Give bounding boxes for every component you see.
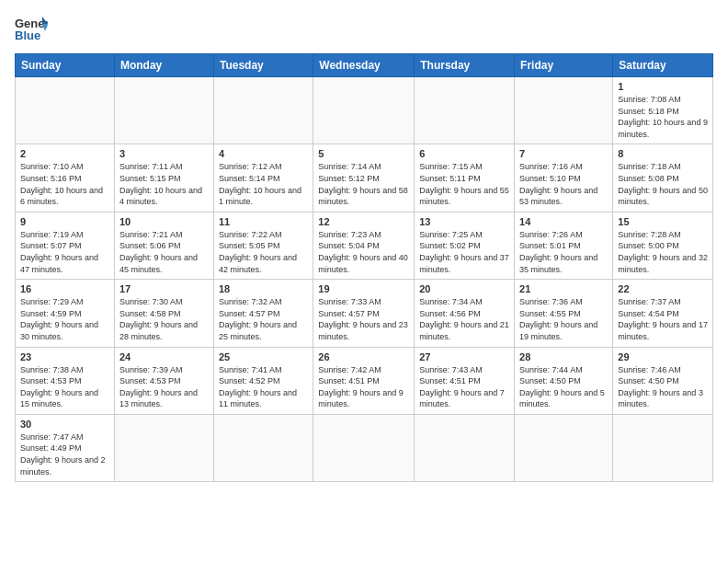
calendar-cell: 8Sunrise: 7:18 AM Sunset: 5:08 PM Daylig… xyxy=(613,144,713,212)
calendar-week-row: 2Sunrise: 7:10 AM Sunset: 5:16 PM Daylig… xyxy=(16,144,713,212)
calendar-cell xyxy=(415,414,515,481)
day-info: Sunrise: 7:42 AM Sunset: 4:51 PM Dayligh… xyxy=(318,364,409,410)
calendar-cell: 3Sunrise: 7:11 AM Sunset: 5:15 PM Daylig… xyxy=(114,144,213,212)
day-number: 6 xyxy=(419,148,509,159)
calendar-cell: 2Sunrise: 7:10 AM Sunset: 5:16 PM Daylig… xyxy=(16,144,115,212)
day-number: 2 xyxy=(20,148,109,159)
day-number: 15 xyxy=(618,216,708,227)
day-number: 10 xyxy=(119,216,209,227)
day-info: Sunrise: 7:21 AM Sunset: 5:06 PM Dayligh… xyxy=(119,229,209,275)
day-number: 14 xyxy=(519,216,608,227)
day-info: Sunrise: 7:08 AM Sunset: 5:18 PM Dayligh… xyxy=(618,94,708,140)
day-number: 21 xyxy=(519,283,608,294)
day-info: Sunrise: 7:38 AM Sunset: 4:53 PM Dayligh… xyxy=(20,364,109,410)
weekday-header-tuesday: Tuesday xyxy=(213,54,313,77)
calendar-cell xyxy=(114,414,213,481)
calendar-week-row: 9Sunrise: 7:19 AM Sunset: 5:07 PM Daylig… xyxy=(16,212,713,279)
weekday-header-monday: Monday xyxy=(114,54,213,77)
day-number: 18 xyxy=(219,283,308,294)
day-number: 29 xyxy=(618,351,708,362)
calendar-cell: 17Sunrise: 7:30 AM Sunset: 4:58 PM Dayli… xyxy=(114,280,213,347)
calendar-table: SundayMondayTuesdayWednesdayThursdayFrid… xyxy=(15,53,713,482)
day-number: 9 xyxy=(20,216,109,227)
logo-icon: General Blue xyxy=(15,15,48,42)
day-info: Sunrise: 7:23 AM Sunset: 5:04 PM Dayligh… xyxy=(318,229,409,275)
day-info: Sunrise: 7:18 AM Sunset: 5:08 PM Dayligh… xyxy=(618,161,708,207)
weekday-header-saturday: Saturday xyxy=(613,54,713,77)
svg-text:Blue: Blue xyxy=(15,29,40,42)
weekday-header-thursday: Thursday xyxy=(415,54,515,77)
calendar-cell: 16Sunrise: 7:29 AM Sunset: 4:59 PM Dayli… xyxy=(16,280,115,347)
calendar-cell: 25Sunrise: 7:41 AM Sunset: 4:52 PM Dayli… xyxy=(213,347,313,414)
day-info: Sunrise: 7:43 AM Sunset: 4:51 PM Dayligh… xyxy=(419,364,509,410)
day-info: Sunrise: 7:15 AM Sunset: 5:11 PM Dayligh… xyxy=(419,161,509,207)
page-header: General Blue xyxy=(15,15,713,42)
calendar-cell: 7Sunrise: 7:16 AM Sunset: 5:10 PM Daylig… xyxy=(515,144,613,212)
day-number: 19 xyxy=(318,283,409,294)
day-number: 27 xyxy=(419,351,509,362)
weekday-header-row: SundayMondayTuesdayWednesdayThursdayFrid… xyxy=(16,54,713,77)
day-number: 17 xyxy=(119,283,209,294)
day-info: Sunrise: 7:36 AM Sunset: 4:55 PM Dayligh… xyxy=(519,296,608,342)
day-number: 23 xyxy=(20,351,109,362)
day-number: 26 xyxy=(318,351,409,362)
calendar-cell xyxy=(213,77,313,144)
calendar-cell: 24Sunrise: 7:39 AM Sunset: 4:53 PM Dayli… xyxy=(114,347,213,414)
calendar-cell: 11Sunrise: 7:22 AM Sunset: 5:05 PM Dayli… xyxy=(213,212,313,279)
calendar-cell: 10Sunrise: 7:21 AM Sunset: 5:06 PM Dayli… xyxy=(114,212,213,279)
day-info: Sunrise: 7:28 AM Sunset: 5:00 PM Dayligh… xyxy=(618,229,708,275)
day-number: 22 xyxy=(618,283,708,294)
calendar-cell: 13Sunrise: 7:25 AM Sunset: 5:02 PM Dayli… xyxy=(415,212,515,279)
day-info: Sunrise: 7:26 AM Sunset: 5:01 PM Dayligh… xyxy=(519,229,608,275)
weekday-header-wednesday: Wednesday xyxy=(313,54,415,77)
calendar-week-row: 1Sunrise: 7:08 AM Sunset: 5:18 PM Daylig… xyxy=(16,77,713,144)
day-number: 7 xyxy=(519,148,608,159)
weekday-header-sunday: Sunday xyxy=(16,54,115,77)
day-number: 20 xyxy=(419,283,509,294)
day-info: Sunrise: 7:12 AM Sunset: 5:14 PM Dayligh… xyxy=(219,161,308,207)
calendar-cell: 30Sunrise: 7:47 AM Sunset: 4:49 PM Dayli… xyxy=(16,414,115,481)
calendar-cell: 18Sunrise: 7:32 AM Sunset: 4:57 PM Dayli… xyxy=(213,280,313,347)
calendar-cell: 9Sunrise: 7:19 AM Sunset: 5:07 PM Daylig… xyxy=(16,212,115,279)
calendar-cell xyxy=(213,414,313,481)
day-info: Sunrise: 7:29 AM Sunset: 4:59 PM Dayligh… xyxy=(20,296,109,342)
calendar-cell xyxy=(16,77,115,144)
calendar-cell xyxy=(313,414,415,481)
calendar-cell xyxy=(515,77,613,144)
day-info: Sunrise: 7:19 AM Sunset: 5:07 PM Dayligh… xyxy=(20,229,109,275)
calendar-cell: 12Sunrise: 7:23 AM Sunset: 5:04 PM Dayli… xyxy=(313,212,415,279)
day-info: Sunrise: 7:30 AM Sunset: 4:58 PM Dayligh… xyxy=(119,296,209,342)
calendar-cell xyxy=(313,77,415,144)
day-info: Sunrise: 7:47 AM Sunset: 4:49 PM Dayligh… xyxy=(20,431,109,477)
calendar-cell xyxy=(415,77,515,144)
day-number: 13 xyxy=(419,216,509,227)
day-info: Sunrise: 7:44 AM Sunset: 4:50 PM Dayligh… xyxy=(519,364,608,410)
calendar-cell: 29Sunrise: 7:46 AM Sunset: 4:50 PM Dayli… xyxy=(613,347,713,414)
day-number: 28 xyxy=(519,351,608,362)
calendar-cell: 5Sunrise: 7:14 AM Sunset: 5:12 PM Daylig… xyxy=(313,144,415,212)
day-info: Sunrise: 7:46 AM Sunset: 4:50 PM Dayligh… xyxy=(618,364,708,410)
day-info: Sunrise: 7:32 AM Sunset: 4:57 PM Dayligh… xyxy=(219,296,308,342)
day-info: Sunrise: 7:14 AM Sunset: 5:12 PM Dayligh… xyxy=(318,161,409,207)
day-info: Sunrise: 7:25 AM Sunset: 5:02 PM Dayligh… xyxy=(419,229,509,275)
day-info: Sunrise: 7:33 AM Sunset: 4:57 PM Dayligh… xyxy=(318,296,409,342)
day-info: Sunrise: 7:16 AM Sunset: 5:10 PM Dayligh… xyxy=(519,161,608,207)
calendar-cell: 1Sunrise: 7:08 AM Sunset: 5:18 PM Daylig… xyxy=(613,77,713,144)
calendar-week-row: 23Sunrise: 7:38 AM Sunset: 4:53 PM Dayli… xyxy=(16,347,713,414)
day-info: Sunrise: 7:41 AM Sunset: 4:52 PM Dayligh… xyxy=(219,364,308,410)
day-info: Sunrise: 7:11 AM Sunset: 5:15 PM Dayligh… xyxy=(119,161,209,207)
calendar-cell: 23Sunrise: 7:38 AM Sunset: 4:53 PM Dayli… xyxy=(16,347,115,414)
day-number: 11 xyxy=(219,216,308,227)
calendar-cell: 20Sunrise: 7:34 AM Sunset: 4:56 PM Dayli… xyxy=(415,280,515,347)
calendar-cell: 22Sunrise: 7:37 AM Sunset: 4:54 PM Dayli… xyxy=(613,280,713,347)
day-number: 12 xyxy=(318,216,409,227)
calendar-cell xyxy=(515,414,613,481)
day-number: 3 xyxy=(119,148,209,159)
calendar-week-row: 16Sunrise: 7:29 AM Sunset: 4:59 PM Dayli… xyxy=(16,280,713,347)
day-number: 4 xyxy=(219,148,308,159)
calendar-week-row: 30Sunrise: 7:47 AM Sunset: 4:49 PM Dayli… xyxy=(16,414,713,481)
day-number: 30 xyxy=(20,419,109,430)
calendar-cell xyxy=(114,77,213,144)
calendar-cell: 21Sunrise: 7:36 AM Sunset: 4:55 PM Dayli… xyxy=(515,280,613,347)
calendar-cell: 26Sunrise: 7:42 AM Sunset: 4:51 PM Dayli… xyxy=(313,347,415,414)
